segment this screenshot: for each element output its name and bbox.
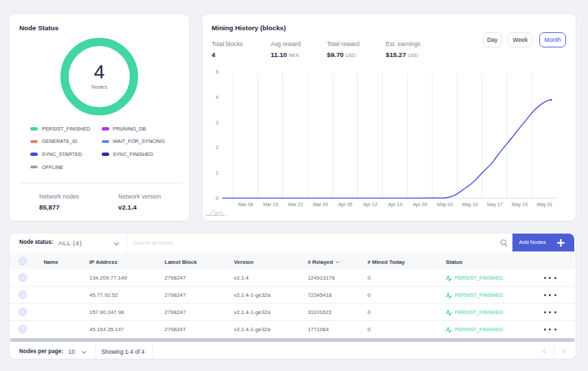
svg-text:May 17: May 17 [487,202,503,207]
svg-text:4: 4 [216,95,218,100]
svg-text:Mar 29: Mar 29 [313,202,328,207]
svg-text:3: 3 [216,120,218,125]
svg-text:1: 1 [216,170,218,175]
svg-text:May 03: May 03 [437,202,453,207]
svg-text:0: 0 [216,196,218,201]
svg-text:Mar 22: Mar 22 [288,202,303,207]
svg-text:Mar 15: Mar 15 [263,202,278,207]
svg-text:May 10: May 10 [462,202,478,207]
svg-text:May 24: May 24 [512,202,528,207]
svg-text:May 31: May 31 [536,202,552,207]
svg-text:Apr 05: Apr 05 [338,202,352,207]
svg-text:Apr 19: Apr 19 [388,202,403,207]
svg-text:Mar 08: Mar 08 [238,202,253,207]
svg-text:Apr 26: Apr 26 [413,202,427,207]
svg-text:5: 5 [216,69,218,74]
svg-text:2: 2 [216,145,218,150]
svg-text:Apr 12: Apr 12 [363,202,378,207]
